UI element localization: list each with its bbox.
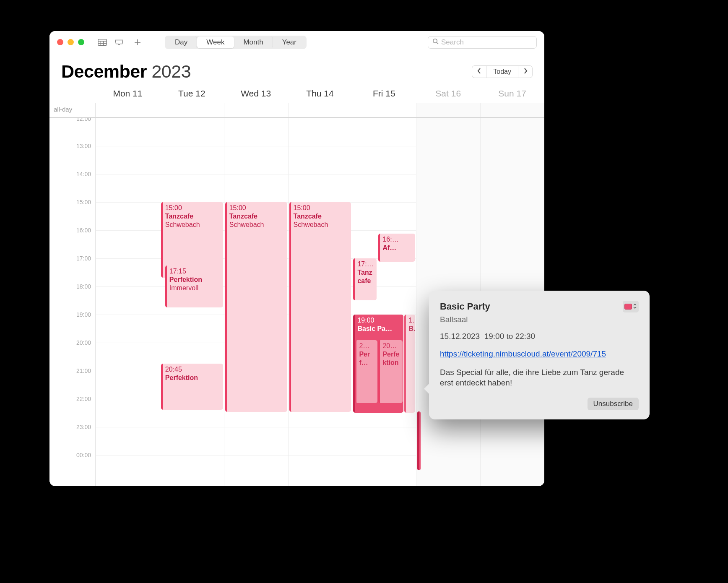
day-column-mon[interactable] — [96, 118, 160, 486]
day-column-tue[interactable]: 15:00 Tanzcafe Schwebach 17:15 Perfektio… — [160, 118, 224, 486]
day-header: Sat 16 — [416, 88, 480, 99]
minimize-window-button[interactable] — [68, 39, 74, 45]
day-header: Mon 11 — [96, 88, 160, 99]
search-icon — [432, 38, 439, 46]
day-header-row: Mon 11 Tue 12 Wed 13 Thu 14 Fri 15 Sat 1… — [49, 88, 544, 103]
today-button[interactable]: Today — [486, 65, 518, 78]
day-column-thu[interactable]: 15:00 Tanzcafe Schwebach — [288, 118, 352, 486]
time-label: 17:00 — [76, 255, 91, 262]
allday-row: all-day — [49, 103, 544, 118]
zoom-window-button[interactable] — [78, 39, 84, 45]
day-column-wed[interactable]: 15:00 Tanzcafe Schwebach — [224, 118, 288, 486]
time-label: 15:00 — [76, 199, 91, 206]
event-b[interactable]: 1… B… — [404, 315, 415, 413]
event-af[interactable]: 16:… Af… — [378, 234, 415, 262]
time-label: 18:00 — [76, 283, 91, 290]
search-input[interactable] — [441, 38, 532, 47]
allday-cell[interactable] — [480, 103, 544, 117]
view-week-tab[interactable]: Week — [197, 36, 234, 48]
updown-icon — [633, 302, 637, 311]
day-header: Wed 13 — [224, 88, 288, 99]
header: December 2023 Today — [49, 54, 544, 88]
time-label: 22:00 — [76, 396, 91, 402]
svg-line-8 — [437, 42, 438, 44]
allday-cell[interactable] — [96, 103, 160, 117]
calendars-icon[interactable] — [96, 37, 109, 48]
window-controls — [57, 39, 84, 45]
popover-description: Das Special für alle, die ihre Liebe zum… — [440, 367, 639, 388]
time-label: 23:00 — [76, 424, 91, 430]
close-window-button[interactable] — [57, 39, 63, 45]
event-sliver[interactable] — [417, 411, 421, 470]
time-label: 20:00 — [76, 339, 91, 346]
nav-buttons: Today — [472, 65, 533, 78]
popover-url[interactable]: https://ticketing.nimbuscloud.at/event/2… — [440, 349, 639, 359]
next-week-button[interactable] — [518, 65, 533, 78]
view-year-tab[interactable]: Year — [273, 36, 306, 48]
svg-rect-0 — [98, 39, 107, 45]
chevron-right-icon — [523, 68, 528, 75]
time-label: 16:00 — [76, 227, 91, 234]
time-label: 21:00 — [76, 367, 91, 374]
day-header: Tue 12 — [160, 88, 224, 99]
day-header: Sun 17 — [480, 88, 544, 99]
svg-point-7 — [433, 39, 437, 43]
event-tanzcafe[interactable]: 15:00 Tanzcafe Schwebach — [289, 202, 351, 412]
allday-cell[interactable] — [352, 103, 416, 117]
event-tanzcafe[interactable]: 15:00 Tanzcafe Schwebach — [225, 202, 287, 412]
event-tanzcafe[interactable]: 17:… Tanzcafe — [353, 258, 377, 300]
color-swatch — [624, 304, 632, 310]
view-segmented-control: Day Week Month Year — [165, 36, 307, 49]
day-header: Fri 15 — [352, 88, 416, 99]
chevron-left-icon — [477, 68, 481, 75]
popover-location: Ballsaal — [440, 315, 639, 324]
time-label: 19:00 — [76, 311, 91, 318]
event-perf[interactable]: 2… Perf… — [355, 340, 377, 403]
time-label: 14:00 — [76, 171, 91, 177]
event-perfektion[interactable]: 20… Perfektion — [378, 340, 403, 403]
month-title: December 2023 — [61, 61, 191, 82]
add-event-button[interactable] — [131, 37, 144, 48]
popover-datetime: 15.12.2023 19:00 to 22:30 — [440, 332, 639, 341]
calendar-color-selector[interactable] — [623, 301, 639, 312]
inbox-icon[interactable] — [113, 37, 125, 48]
allday-label: all-day — [49, 103, 96, 117]
allday-cell[interactable] — [224, 103, 288, 117]
popover-arrow — [424, 383, 430, 395]
event-perfektion[interactable]: 17:15 Perfektion Immervoll — [165, 265, 223, 307]
popover-title: Basic Party — [440, 301, 490, 312]
day-header: Thu 14 — [288, 88, 352, 99]
prev-week-button[interactable] — [472, 65, 486, 78]
time-label: 12:00 — [76, 118, 91, 122]
view-day-tab[interactable]: Day — [166, 36, 197, 48]
search-field[interactable] — [428, 36, 537, 49]
toolbar: Day Week Month Year — [49, 31, 544, 54]
allday-cell[interactable] — [416, 103, 480, 117]
time-label: 00:00 — [76, 452, 91, 458]
view-month-tab[interactable]: Month — [234, 36, 273, 48]
allday-cell[interactable] — [160, 103, 224, 117]
time-column: 12:00 13:00 14:00 15:00 16:00 17:00 18:0… — [49, 118, 96, 486]
allday-cell[interactable] — [288, 103, 352, 117]
event-perfektion[interactable]: 20:45 Perfektion — [161, 364, 223, 410]
unsubscribe-button[interactable]: Unsubscribe — [588, 398, 639, 410]
day-column-fri[interactable]: 17:… Tanzcafe 19:00 Basic Pa… 16:… Af… 1… — [352, 118, 416, 486]
time-label: 13:00 — [76, 143, 91, 149]
event-popover: Basic Party Ballsaal 15.12.2023 19:00 to… — [429, 291, 650, 419]
